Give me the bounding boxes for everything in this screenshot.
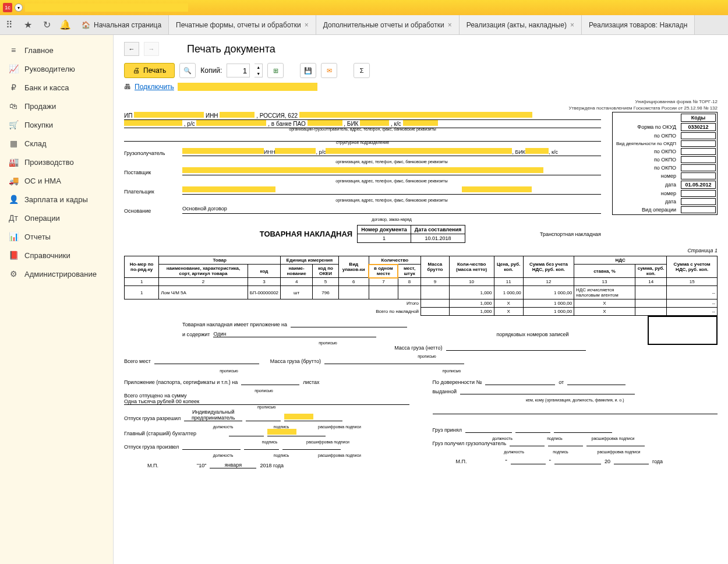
- sidebar-production[interactable]: 🏭Производство: [0, 153, 113, 171]
- tab-realization[interactable]: Реализация (акты, накладные)×: [460, 15, 582, 34]
- connect-link[interactable]: Подключить: [135, 83, 174, 91]
- back-button[interactable]: ←: [124, 42, 139, 56]
- titlebar-masked: [25, 3, 188, 12]
- person-icon: 👤: [8, 195, 19, 204]
- footer: Товарная накладная имеет приложение на и…: [124, 322, 718, 472]
- printer-icon: 🖨: [133, 66, 140, 75]
- sum-button[interactable]: Σ: [354, 63, 370, 78]
- cart-icon: 🛒: [8, 120, 19, 129]
- tab-home[interactable]: 🏠Начальная страница: [75, 15, 169, 34]
- copier-icon: 🖷: [124, 83, 131, 91]
- truck-icon: 🚚: [8, 176, 19, 185]
- home-icon: 🏠: [82, 21, 90, 29]
- excel-button[interactable]: ⊞: [267, 63, 284, 78]
- close-icon[interactable]: ×: [448, 21, 452, 29]
- apps-icon[interactable]: ⠿: [0, 16, 19, 34]
- table-row: 1 Лом Ч/М 5А БП-00000002 шт 796 1,000 1 …: [125, 286, 718, 299]
- sidebar-catalogs[interactable]: 📕Справочники: [0, 246, 113, 265]
- tab-print-forms[interactable]: Печатные формы, отчеты и обработки×: [169, 15, 316, 34]
- sidebar-admin[interactable]: ⚙Администрирование: [0, 265, 113, 283]
- page-title: Печать документа: [187, 43, 275, 55]
- copies-spinner[interactable]: ▲▼: [255, 64, 263, 77]
- titlebar: 1c ▾: [0, 0, 728, 15]
- titlebar-dropdown[interactable]: ▾: [15, 3, 23, 12]
- preview-button[interactable]: 🔍: [179, 63, 196, 78]
- stamp-box: [648, 316, 718, 345]
- forward-button[interactable]: →: [144, 42, 159, 56]
- sidebar-main[interactable]: ≡Главное: [0, 41, 113, 59]
- star-icon[interactable]: ★: [19, 16, 37, 34]
- gear-icon: ⚙: [8, 269, 19, 279]
- tabs: 🏠Начальная страница Печатные формы, отче…: [75, 15, 695, 34]
- link-masked: [178, 83, 317, 91]
- sidebar-warehouse[interactable]: ▦Склад: [0, 134, 113, 153]
- bell-icon[interactable]: 🔔: [56, 16, 75, 34]
- dtkt-icon: Дт: [8, 213, 19, 223]
- tab-goods[interactable]: Реализация товаров: Накладн: [582, 15, 695, 34]
- factory-icon: 🏭: [8, 157, 19, 167]
- goods-table: Но-мер по по-ряд-ку Товар Единица измере…: [124, 256, 718, 316]
- main-toolbar: ⠿ ★ ↻ 🔔 🏠Начальная страница Печатные фор…: [0, 15, 728, 35]
- document-preview[interactable]: Унифицированная форма № ТОРГ-12 Утвержде…: [124, 99, 718, 472]
- sidebar-assets[interactable]: 🚚ОС и НМА: [0, 171, 113, 190]
- sidebar: ≡Главное 📈Руководителю ₽Банк и касса 🛍Пр…: [0, 35, 114, 564]
- tab-addl-reports[interactable]: Дополнительные отчеты и обработки×: [316, 15, 460, 34]
- close-icon[interactable]: ×: [570, 21, 574, 29]
- copies-input[interactable]: [227, 64, 250, 77]
- content: ← → Печать документа 🖨Печать 🔍 Копий: ▲▼…: [114, 35, 728, 564]
- sidebar-manager[interactable]: 📈Руководителю: [0, 59, 113, 78]
- email-button[interactable]: ✉: [321, 63, 337, 78]
- copies-label: Копий:: [200, 66, 222, 75]
- codes-table: Коды Форма по ОКУД0330212 по ОКПО Вид де…: [612, 112, 718, 215]
- grid-icon: ▦: [8, 139, 19, 148]
- sidebar-bank[interactable]: ₽Банк и касса: [0, 78, 113, 97]
- app-logo: 1c: [3, 3, 12, 12]
- sidebar-reports[interactable]: 📊Отчеты: [0, 227, 113, 246]
- sidebar-ops[interactable]: ДтОперации: [0, 209, 113, 227]
- sidebar-purchases[interactable]: 🛒Покупки: [0, 115, 113, 134]
- ruble-icon: ₽: [8, 83, 19, 92]
- sidebar-sales[interactable]: 🛍Продажи: [0, 97, 113, 115]
- bars-icon: 📊: [8, 232, 19, 241]
- menu-icon: ≡: [8, 45, 19, 55]
- book-icon: 📕: [8, 251, 19, 260]
- chart-icon: 📈: [8, 64, 19, 73]
- bag-icon: 🛍: [8, 101, 19, 111]
- doc-number-table: Номер документаДата составления 110.01.2…: [357, 225, 465, 243]
- close-icon[interactable]: ×: [305, 21, 309, 29]
- sidebar-hr[interactable]: 👤Зарплата и кадры: [0, 190, 113, 209]
- save-button[interactable]: 💾: [300, 63, 316, 78]
- history-icon[interactable]: ↻: [37, 16, 56, 34]
- print-button[interactable]: 🖨Печать: [124, 63, 175, 78]
